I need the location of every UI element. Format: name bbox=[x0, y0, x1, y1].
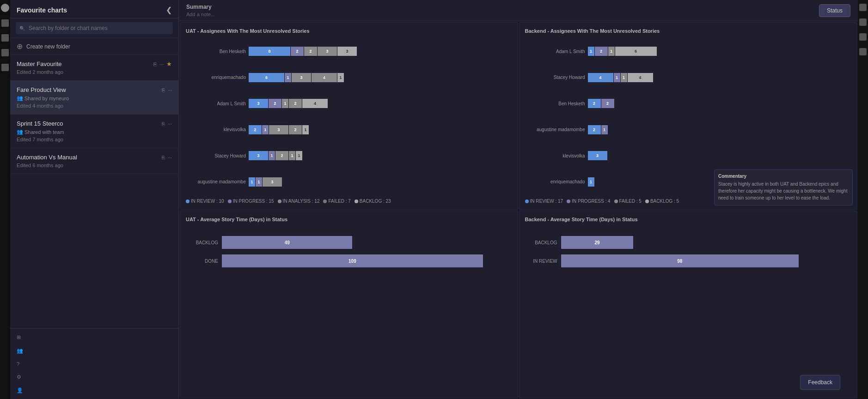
shared-icon: 👥 bbox=[17, 95, 23, 101]
hbar-row-backlog: BACKLOG 49 bbox=[186, 236, 512, 249]
summary-bar: Summary Add a note... Status bbox=[179, 0, 858, 21]
more-icon[interactable]: ··· bbox=[168, 87, 172, 93]
sidebar-bottom-nav: ⊞ 👥 ? ⚙ 👤 bbox=[10, 328, 178, 399]
seg-backlog: 4 bbox=[302, 99, 328, 108]
bar-label: augustine madamombe bbox=[525, 127, 585, 132]
seg-analysis: 1 bbox=[621, 73, 627, 82]
hbar-label: BACKLOG bbox=[525, 240, 557, 245]
shared-badge: 👥 Shared by myneuro bbox=[17, 95, 172, 101]
hbar-label: IN REVIEW bbox=[525, 259, 557, 264]
chart-title-uat-unresolved: UAT - Assignees With The Most Unresolved… bbox=[186, 28, 512, 34]
chart-legend-uat: IN REVIEW : 10 IN PROGRESS : 15 IN ANALY… bbox=[186, 199, 512, 204]
right-nav-icon-4[interactable] bbox=[859, 48, 867, 55]
seg-progress: 1 bbox=[269, 151, 275, 160]
folder-actions: ⎘ ··· bbox=[162, 87, 172, 93]
legend-label: IN PROGRESS : 4 bbox=[572, 199, 610, 204]
bar-segments: 3 2 1 2 4 bbox=[249, 99, 512, 108]
legend-item: IN REVIEW : 10 bbox=[186, 199, 224, 204]
seg-review: 3 bbox=[249, 99, 268, 108]
seg-analysis: 2 bbox=[304, 47, 317, 56]
right-nav-icon-2[interactable] bbox=[859, 18, 867, 26]
main-content: Summary Add a note... Status UAT - Assig… bbox=[179, 0, 858, 399]
folder-item-header: Fare Product View ⎘ ··· bbox=[17, 86, 172, 93]
folder-item-fare-product-view[interactable]: Fare Product View ⎘ ··· 👥 Shared by myne… bbox=[10, 81, 178, 115]
status-button[interactable]: Status bbox=[819, 4, 850, 17]
seg-analysis: 3 bbox=[269, 125, 288, 134]
search-input[interactable] bbox=[16, 22, 173, 34]
chart-area-uat-unresolved: Ben Hesketh 8 2 2 3 3 enriquemachado 6 bbox=[186, 38, 512, 195]
nav-icon-3[interactable] bbox=[1, 49, 9, 56]
more-icon[interactable]: ··· bbox=[159, 61, 164, 67]
sidebar: Favourite charts ❮ ⊕ Create new folder M… bbox=[10, 0, 179, 399]
legend-dot-review bbox=[525, 200, 529, 203]
charts-grid: UAT - Assignees With The Most Unresolved… bbox=[179, 21, 858, 399]
bar-row: Adam L Smith 1 2 1 6 bbox=[525, 45, 851, 57]
folder-list: Master Favourite ⎘ ··· ★ Edited 2 months… bbox=[10, 55, 178, 328]
bar-label: Ben Hesketh bbox=[525, 101, 585, 106]
folder-actions: ⎘ ··· ★ bbox=[153, 60, 172, 67]
bar-label: enriquemachado bbox=[186, 75, 246, 80]
folder-item-sprint-15-steerco[interactable]: Sprint 15 Steerco ⎘ ··· 👥 Shared with te… bbox=[10, 115, 178, 148]
nav-icon-home[interactable] bbox=[1, 4, 9, 12]
seg-review: 4 bbox=[588, 73, 613, 82]
copy-icon[interactable]: ⎘ bbox=[162, 87, 165, 93]
bar-segments: 4 1 1 4 bbox=[588, 73, 851, 82]
sidebar-nav-grid[interactable]: ⊞ bbox=[17, 332, 172, 342]
summary-label: Summary bbox=[186, 4, 215, 10]
create-folder-button[interactable]: ⊕ Create new folder bbox=[10, 38, 178, 55]
edited-label: Edited 4 months ago bbox=[17, 103, 172, 109]
folder-actions: ⎘ ··· bbox=[162, 155, 172, 160]
nav-icon-2[interactable] bbox=[1, 34, 9, 42]
feedback-button[interactable]: Feedback bbox=[800, 375, 840, 390]
right-nav-icon-1[interactable] bbox=[859, 4, 867, 11]
hbar-chart-backend: BACKLOG 29 IN REVIEW 98 bbox=[525, 227, 851, 267]
sidebar-nav-help[interactable]: ? bbox=[17, 359, 172, 369]
more-icon[interactable]: ··· bbox=[168, 155, 172, 160]
folder-name: Master Favourite bbox=[17, 60, 62, 67]
right-nav-icon-3[interactable] bbox=[859, 33, 867, 41]
chart-backend-avg-story: Backend - Average Story Time (Days) in S… bbox=[519, 211, 857, 398]
chart-uat-avg-story: UAT - Average Story Time (Days) in Statu… bbox=[180, 211, 518, 398]
copy-icon[interactable]: ⎘ bbox=[162, 155, 165, 160]
bar-segments: 1 1 3 bbox=[249, 177, 512, 187]
seg-progress: 1 bbox=[614, 73, 620, 82]
edited-label: Edited 6 months ago bbox=[17, 163, 172, 168]
bar-segments: 3 1 2 1 1 bbox=[249, 151, 512, 160]
nav-icon-4[interactable] bbox=[1, 64, 9, 71]
seg-failed: 4 bbox=[312, 73, 337, 82]
hbar-chart-uat: BACKLOG 49 DONE 109 bbox=[186, 227, 512, 267]
hbar-track: 109 bbox=[222, 254, 512, 267]
seg-backlog: 6 bbox=[615, 47, 657, 56]
copy-icon[interactable]: ⎘ bbox=[162, 121, 165, 127]
sidebar-nav-users[interactable]: 👥 bbox=[17, 346, 172, 356]
legend-item: BACKLOG : 23 bbox=[355, 199, 391, 204]
bar-row: augustine madamombe 1 1 3 bbox=[186, 176, 512, 188]
star-icon[interactable]: ★ bbox=[166, 60, 172, 67]
summary-note: Summary Add a note... bbox=[186, 4, 215, 17]
bar-row: klevisvolka 2 1 3 2 1 bbox=[186, 124, 512, 136]
sidebar-nav-settings[interactable]: ⚙ bbox=[17, 372, 172, 382]
folder-item-automation-vs-manual[interactable]: Automation Vs Manual ⎘ ··· Edited 6 mont… bbox=[10, 148, 178, 174]
legend-label: BACKLOG : 23 bbox=[360, 199, 391, 204]
plus-icon: ⊕ bbox=[17, 42, 23, 51]
seg-progress: 2 bbox=[601, 99, 614, 108]
seg-backlog: 1 bbox=[296, 151, 302, 160]
bar-segments: 8 2 2 3 3 bbox=[249, 47, 512, 56]
nav-icon-1[interactable] bbox=[1, 19, 9, 27]
bar-segments: 2 1 3 2 1 bbox=[249, 125, 512, 134]
collapse-button[interactable]: ❮ bbox=[166, 6, 172, 14]
legend-item: IN PROGRESS : 4 bbox=[567, 199, 610, 204]
copy-icon[interactable]: ⎘ bbox=[153, 61, 157, 67]
folder-item-master-favourite[interactable]: Master Favourite ⎘ ··· ★ Edited 2 months… bbox=[10, 55, 178, 81]
legend-item: IN REVIEW : 17 bbox=[525, 199, 563, 204]
more-icon[interactable]: ··· bbox=[168, 121, 172, 127]
legend-dot-review bbox=[186, 200, 189, 203]
left-icon-bar bbox=[0, 0, 10, 399]
chart-title-backend-avg: Backend - Average Story Time (Days) in S… bbox=[525, 217, 851, 222]
add-note-text[interactable]: Add a note... bbox=[186, 12, 215, 17]
sidebar-nav-user[interactable]: 👤 bbox=[17, 386, 172, 395]
legend-dot-progress bbox=[567, 200, 570, 203]
folder-name: Sprint 15 Steerco bbox=[17, 120, 63, 127]
bar-label: augustine madamombe bbox=[186, 179, 246, 184]
seg-backlog: 1 bbox=[337, 73, 344, 82]
